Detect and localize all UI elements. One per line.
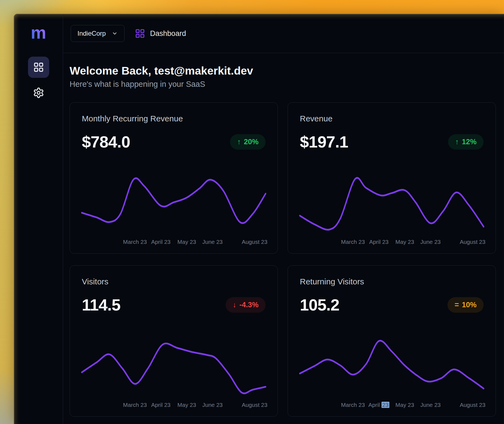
main-area: IndieCorp Dashboard Welcom <box>63 14 504 424</box>
chart-line <box>82 178 266 223</box>
makerkit-logo: m <box>31 24 46 41</box>
page-title: Dashboard <box>150 29 186 38</box>
x-axis-label: May 23 <box>396 402 414 408</box>
x-axis-label: August 23 <box>460 239 486 245</box>
x-axis-label: April 23 <box>151 239 170 245</box>
dashboard-content: Welcome Back, test@makerkit.dev Here's w… <box>63 53 504 424</box>
x-axis: March 23April 23May 23June 23August 23 <box>82 402 266 409</box>
trend-badge: ↓ -4.3% <box>226 297 266 313</box>
x-axis-label: August 23 <box>460 402 486 408</box>
stat-value: $784.0 <box>82 133 130 151</box>
arrow-up-icon: ↑ <box>237 138 241 146</box>
x-axis-label: April 23 <box>151 402 170 408</box>
arrow-up-icon: ↑ <box>455 138 459 146</box>
stat-title: Revenue <box>300 114 484 123</box>
layout-grid-icon <box>135 28 145 39</box>
x-axis: March 23April 23May 23June 23August 23 <box>82 239 266 246</box>
x-axis-label: March 23 <box>341 402 365 408</box>
trend-badge: ↑ 20% <box>230 134 266 150</box>
trend-badge: ↑ 12% <box>448 134 484 150</box>
stat-card-returning-visitors: Returning Visitors 105.2 = 10% March 23A… <box>288 265 496 417</box>
app-window: m <box>14 14 504 424</box>
stat-card-visitors: Visitors 114.5 ↓ -4.3% March 23April 23M… <box>70 265 278 417</box>
x-axis-label: May 23 <box>178 239 196 245</box>
x-axis-label: June 23 <box>202 239 223 245</box>
stat-value: 105.2 <box>300 296 339 314</box>
chart-line <box>300 178 484 230</box>
trend-delta: 12% <box>462 138 477 146</box>
x-axis-label: May 23 <box>396 239 414 245</box>
line-chart-revenue <box>300 170 484 234</box>
sidebar-item-dashboard[interactable] <box>28 57 49 78</box>
x-axis-label: August 23 <box>242 402 267 408</box>
line-chart-visitors <box>82 333 266 397</box>
stat-value-row: $784.0 ↑ 20% <box>82 133 266 151</box>
chart-line <box>82 343 266 394</box>
x-axis-label: May 23 <box>178 402 196 408</box>
chevron-down-icon <box>112 30 118 36</box>
selection-highlight: 23 <box>381 402 389 408</box>
gear-icon <box>33 87 44 99</box>
x-axis-label: March 23 <box>341 239 365 245</box>
welcome-subtitle: Here's what is happening in your SaaS <box>70 79 496 89</box>
welcome-heading: Welcome Back, test@makerkit.dev <box>70 64 496 77</box>
x-axis-label: March 23 <box>123 402 147 408</box>
stat-value-row: $197.1 ↑ 12% <box>300 133 484 151</box>
stat-value: 114.5 <box>82 296 120 314</box>
stat-title: Monthly Recurring Revenue <box>82 114 266 123</box>
x-axis-label: August 23 <box>242 239 267 245</box>
sidebar-item-settings[interactable] <box>33 87 44 99</box>
x-axis: March 23April 23May 23June 23August 23 <box>300 239 484 246</box>
stat-value-row: 105.2 = 10% <box>300 296 484 314</box>
trend-delta: 10% <box>462 301 477 309</box>
sidebar: m <box>14 14 63 424</box>
stat-value-row: 114.5 ↓ -4.3% <box>82 296 266 314</box>
stat-card-revenue: Revenue $197.1 ↑ 12% March 23April 23May… <box>288 102 496 254</box>
topbar: IndieCorp Dashboard <box>63 14 504 53</box>
x-axis-label: March 23 <box>123 239 147 245</box>
equal-icon: = <box>455 301 459 309</box>
x-axis-label: June 23 <box>420 402 441 408</box>
arrow-down-icon: ↓ <box>233 301 237 309</box>
x-axis-label: June 23 <box>420 239 441 245</box>
line-chart-mrr <box>82 170 266 234</box>
trend-badge: = 10% <box>447 297 484 313</box>
stat-card-mrr: Monthly Recurring Revenue $784.0 ↑ 20% M… <box>70 102 278 254</box>
layout-grid-icon <box>33 62 44 73</box>
desktop-wallpaper: m <box>0 0 504 424</box>
chart-line <box>300 341 484 389</box>
workspace-selector[interactable]: IndieCorp <box>71 25 125 42</box>
trend-delta: 20% <box>244 138 259 146</box>
stat-title: Returning Visitors <box>300 277 484 286</box>
stat-title: Visitors <box>82 277 266 286</box>
breadcrumb: Dashboard <box>135 28 186 39</box>
stats-grid: Monthly Recurring Revenue $784.0 ↑ 20% M… <box>70 102 496 417</box>
stat-value: $197.1 <box>300 133 348 151</box>
line-chart-returning-visitors <box>300 333 484 397</box>
x-axis-label: April 23 <box>369 239 388 245</box>
trend-delta: -4.3% <box>239 301 259 309</box>
x-axis-label: April 23 <box>368 402 389 408</box>
x-axis-label: June 23 <box>202 402 223 408</box>
x-axis: March 23April 23May 23June 23August 23 <box>300 402 484 409</box>
workspace-name: IndieCorp <box>77 30 106 37</box>
